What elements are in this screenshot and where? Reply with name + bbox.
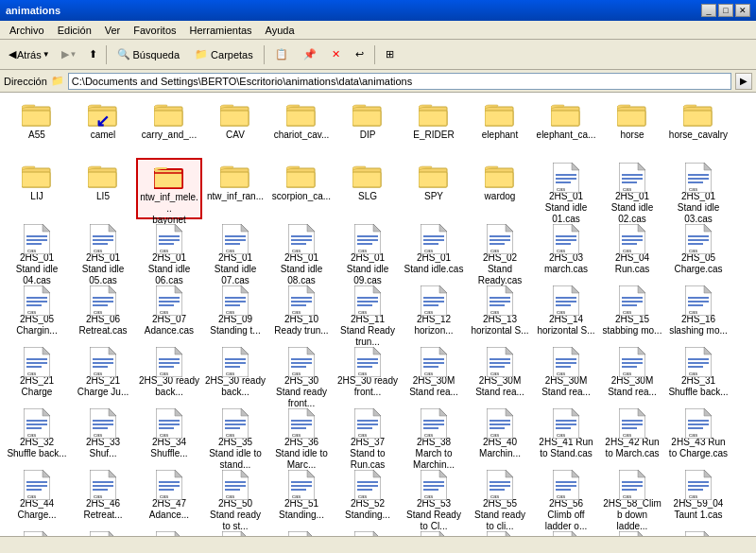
file-item[interactable]: cas 2HS_53 Stand Ready to Cl... [401,465,467,527]
file-item[interactable]: cas 2HS_01 Stand idle 08.cas [268,219,335,281]
forward-button[interactable]: ▶ ▼ [57,43,82,66]
menu-edicion[interactable]: Edición [52,23,97,38]
file-item[interactable]: cas 2HS_30 Stand ready front... [268,342,335,404]
address-input[interactable] [68,73,731,90]
file-item[interactable]: cas 2HS_03 march.cas [533,219,599,281]
file-item[interactable]: cas 2HS_33 Shuf... [70,404,136,465]
minimize-button[interactable]: _ [701,4,716,17]
menu-ayuda[interactable]: Ayuda [260,23,301,38]
menu-favoritos[interactable]: Favoritos [128,23,181,38]
file-item[interactable]: cas 2HS_47 Adance... [136,465,202,527]
folder-item[interactable]: wardog [467,158,533,219]
file-item[interactable]: cas 2HS_46 Retreat... [70,465,136,527]
paste-button[interactable]: 📌 [297,43,323,66]
file-item[interactable]: cas 2HS_42 Run to March.cas [599,404,665,465]
file-item[interactable]: cas 2HS_40 Marchin... [467,404,533,465]
folder-item[interactable]: SPY [401,158,467,219]
file-item[interactable]: cas 2HS_32 Shuffle back... [4,404,70,465]
up-button[interactable]: ⬆ [84,43,102,66]
file-item[interactable]: cas 2HS_44 Charge... [4,465,70,527]
file-item[interactable]: cas 2HS_59_04 Taunt 1.cas [665,465,731,527]
file-item[interactable]: cas 2HS_30 ready back... [202,342,268,404]
close-button[interactable]: ✕ [735,4,750,17]
folder-item[interactable]: LI5 [70,158,136,219]
file-item[interactable]: cas 2HS_05 Chargin... [4,281,70,342]
file-item[interactable]: cas 2HS_37 Stand to Run.cas [335,404,401,465]
file-item[interactable]: cas 2HS_87 Hide to stand.cas [401,527,467,536]
file-item[interactable]: cas 2HS_02 Stand Ready.cas [467,219,533,281]
file-item[interactable]: cas 2HS_56 Climb off ladder o... [533,465,599,527]
file-item[interactable]: cas 2HS_10 Ready trun... [268,281,335,342]
folder-item[interactable]: CAV [202,96,268,158]
folder-item[interactable]: ntw_inf_mele...bayonet [136,158,202,219]
file-item[interactable]: cas 2HS_34 Shuffle... [136,404,202,465]
file-item[interactable]: cas 2HS_01 Stand idle 09.cas [335,219,401,281]
file-item[interactable]: cas 2HS_30 ready front... [335,342,401,404]
file-item[interactable]: cas 2HS_30M Stand rea... [533,342,599,404]
file-item[interactable]: cas 2HS_52 Standing... [335,465,401,527]
file-item[interactable]: cas 2HS_36 Stand idle to Marc... [268,404,335,465]
file-item[interactable]: cas 2HS_30M Stand rea... [467,342,533,404]
delete-button[interactable]: ✕ [325,43,347,66]
file-item[interactable]: cas 2HS_01 Stand idle 07.cas [202,219,268,281]
file-item[interactable]: cas 2HS_41 Run to Stand.cas [533,404,599,465]
folder-item[interactable]: elephant_ca... [533,96,599,158]
folder-item[interactable]: LIJ [4,158,70,219]
folder-item[interactable]: horse_cavalry [665,96,731,158]
file-item[interactable]: cas 2HS_06 Retreat.cas [70,281,136,342]
folder-item[interactable]: A55 [4,96,70,158]
file-item[interactable]: cas 2HS_01 Stand idle 01.cas [533,158,599,219]
file-item[interactable]: cas 2HS_01 Stand idle 06.cas [136,219,202,281]
back-button[interactable]: ◀ Atrás ▼ [4,43,55,66]
file-item[interactable]: cas 2HS_88_fei... [599,527,665,536]
folder-item[interactable]: E_RIDER [401,96,467,158]
view-button[interactable]: ⊞ [379,43,401,66]
file-item[interactable]: cas 2HS_50 Stand ready to st... [202,465,268,527]
folders-button[interactable]: 📁 Carpetas [188,43,260,66]
file-item[interactable]: cas 2HS_01 Stand idle 02.cas [599,158,665,219]
folder-item[interactable]: horse [599,96,665,158]
file-item[interactable]: cas 2HS_11 Stand Ready trun... [335,281,401,342]
file-item[interactable]: cas 2HS_21 Charge Ju... [70,342,136,404]
file-item[interactable]: cas 2HS_85 Stand to Hide.cas [136,527,202,536]
undo-button[interactable]: ↩ [349,43,370,66]
folder-item[interactable]: carry_and_... [136,96,202,158]
file-item[interactable]: cas 2HS_15 stabbing mo... [599,281,665,342]
file-item[interactable]: cas 2HS_80 Battlemen... [70,527,136,536]
file-item[interactable]: cas 2HS_21 Charge [4,342,70,404]
file-item[interactable]: cas 2HS_59_05 Taunt 2.cas [4,527,70,536]
file-item[interactable]: cas 2HS_01 Stand idle 03.cas [665,158,731,219]
file-item[interactable]: cas 2HS_87_do... [533,527,599,536]
file-item[interactable]: cas 2HS_58_Climb down ladde... [599,465,665,527]
file-item[interactable]: cas 2HS_86 Hide Loop.cas [202,527,268,536]
folder-item[interactable]: scorpion_ca... [268,158,335,219]
search-button[interactable]: 🔍 Búsqueda [111,43,187,66]
file-item[interactable]: cas 2HS_01 Stand idle 05.cas [70,219,136,281]
maximize-button[interactable]: □ [718,4,733,17]
file-item[interactable]: cas 2HS_43 Run to Charge.cas [665,404,731,465]
file-item[interactable]: cas 2HS_01 Stand idle.cas [401,219,467,281]
file-item[interactable]: cas 2HS_13 horizontal S... [467,281,533,342]
file-item[interactable]: cas 2HS_04 Run.cas [599,219,665,281]
file-item[interactable]: cas 2HS_86_gu... [268,527,335,536]
folder-item[interactable]: chariot_cav... [268,96,335,158]
file-item[interactable]: cas 2HS_14 horizontal S... [533,281,599,342]
copy-button[interactable]: 📋 [268,43,295,66]
menu-archivo[interactable]: Archivo [4,23,50,38]
file-item[interactable]: cas 2HS_01 Stand idle 04.cas [4,219,70,281]
folder-item[interactable]: ntw_inf_ran... [202,158,268,219]
file-item[interactable]: cas 2HS_12 horizon... [401,281,467,342]
menu-herramientas[interactable]: Herramientas [184,23,258,38]
file-item[interactable]: cas 2HS_87_do... [467,527,533,536]
file-item[interactable]: cas 2HS_51 Standing... [268,465,335,527]
folder-item[interactable]: ↙ camel [70,96,136,158]
folder-item[interactable]: DIP [335,96,401,158]
menu-ver[interactable]: Ver [99,23,127,38]
file-item[interactable]: cas 2HS_86_gu... [335,527,401,536]
file-item[interactable]: cas 2HS_88_fei... [665,527,731,536]
folder-item[interactable]: elephant [467,96,533,158]
file-item[interactable]: cas 2HS_07 Adance.cas [136,281,202,342]
file-item[interactable]: cas 2HS_31 Shuffle back... [665,342,731,404]
file-item[interactable]: cas 2HS_30 ready back... [136,342,202,404]
file-item[interactable]: cas 2HS_38 March to Marchin... [401,404,467,465]
